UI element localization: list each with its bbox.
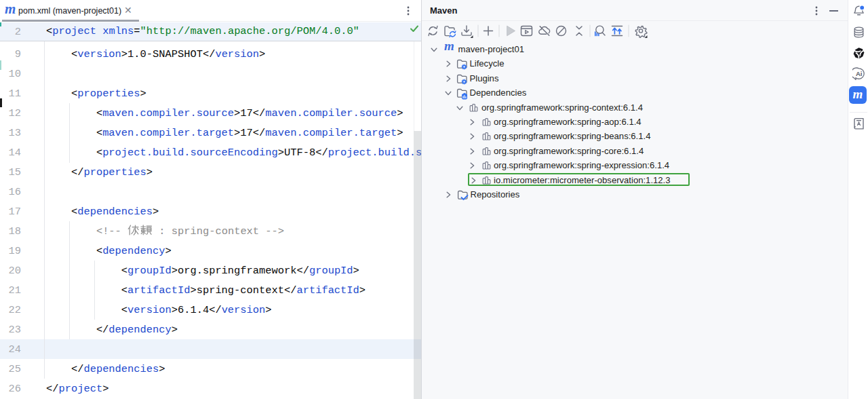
svg-text:Ai: Ai bbox=[856, 70, 863, 77]
